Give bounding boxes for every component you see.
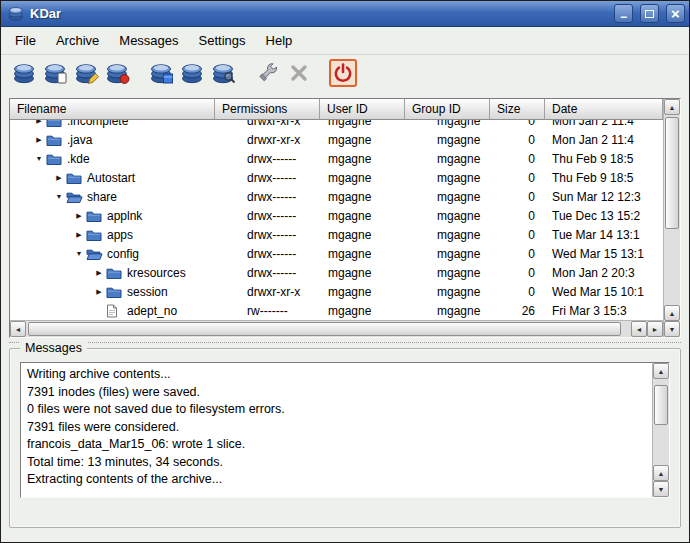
hscrollbar-track[interactable] bbox=[26, 321, 631, 337]
expand-arrow-icon[interactable]: ▶ bbox=[52, 174, 66, 182]
message-line: Extracting contents of the archive... bbox=[27, 471, 646, 489]
message-line: 0 files were not saved due to filesystem… bbox=[27, 401, 646, 419]
table-row[interactable]: ▼ .kdedrwx------mgagnemgagne0Thu Feb 9 1… bbox=[10, 149, 663, 168]
table-row[interactable]: ▼ configdrwx------mgagnemgagne0Wed Mar 1… bbox=[10, 244, 663, 263]
permissions-cell: drwx------ bbox=[215, 228, 320, 242]
vscrollbar-thumb[interactable] bbox=[665, 117, 679, 229]
scroll-down-icon: ▼ bbox=[669, 326, 676, 333]
permissions-cell: drwx------ bbox=[215, 152, 320, 166]
table-row[interactable]: ▶ .incompletedrwxr-xr-xmgagnemgagne0Mon … bbox=[10, 120, 663, 130]
table-row[interactable]: adept_norw-------mgagnemgagne26Fri Mar 3… bbox=[10, 301, 663, 320]
scroll-left-icon: ◄ bbox=[15, 326, 22, 333]
collapse-arrow-icon[interactable]: ▼ bbox=[52, 193, 66, 200]
file-tree-viewport[interactable]: ▶ .incompletedrwxr-xr-xmgagnemgagne0Mon … bbox=[10, 120, 663, 320]
vertical-scrollbar[interactable]: ▲ ▲ ▼ bbox=[663, 99, 680, 337]
titlebar[interactable]: KDar − × bbox=[1, 1, 689, 27]
table-row[interactable]: ▶ appsdrwx------mgagnemgagne0Tue Mar 14 … bbox=[10, 225, 663, 244]
column-header-user-id[interactable]: User ID bbox=[320, 99, 405, 120]
filename-cell: adept_no bbox=[10, 304, 215, 318]
minimize-button[interactable]: − bbox=[614, 4, 633, 23]
table-row[interactable]: ▶ kresourcesdrwx------mgagnemgagne0Mon J… bbox=[10, 263, 663, 282]
messages-scrollbar-track[interactable] bbox=[653, 379, 669, 465]
filename-cell: ▶ kresources bbox=[10, 266, 215, 280]
menu-archive[interactable]: Archive bbox=[46, 29, 109, 52]
permissions-cell: drwxr-xr-x bbox=[215, 120, 320, 128]
permissions-cell: drwxr-xr-x bbox=[215, 285, 320, 299]
vscrollbar-track[interactable] bbox=[664, 115, 680, 305]
messages-log[interactable]: Writing archive contents...7391 inodes (… bbox=[20, 362, 670, 498]
toolbar-button-disk-stack-pencil[interactable] bbox=[73, 59, 101, 87]
menu-file[interactable]: File bbox=[5, 29, 46, 52]
table-row[interactable]: ▶ Autostartdrwx------mgagnemgagne0Thu Fe… bbox=[10, 168, 663, 187]
scroll-down-button[interactable]: ▼ bbox=[653, 481, 669, 497]
scroll-up-button[interactable]: ▲ bbox=[653, 363, 669, 379]
scroll-up-button-2[interactable]: ▲ bbox=[653, 465, 669, 481]
close-button[interactable]: × bbox=[666, 4, 685, 23]
table-row[interactable]: ▶ .javadrwxr-xr-xmgagnemgagne0Mon Jan 2 … bbox=[10, 130, 663, 149]
toolbar-button-disk-stack-red[interactable] bbox=[104, 59, 132, 87]
column-header-permissions[interactable]: Permissions bbox=[215, 99, 320, 120]
close-icon: × bbox=[671, 6, 680, 21]
group-cell: mgagne bbox=[405, 171, 490, 185]
toolbar-button-disk-stack-page[interactable] bbox=[42, 59, 70, 87]
expand-arrow-icon[interactable]: ▶ bbox=[92, 288, 106, 296]
scroll-left-button[interactable]: ◄ bbox=[10, 321, 26, 337]
folder-open-icon bbox=[86, 247, 103, 261]
horizontal-scrollbar[interactable]: ◄ ◄ ► bbox=[10, 320, 663, 337]
column-header-date[interactable]: Date bbox=[545, 99, 663, 120]
filename-label: session bbox=[127, 285, 168, 299]
maximize-button[interactable] bbox=[640, 4, 659, 23]
table-row[interactable]: ▶ applnkdrwx------mgagnemgagne0Tue Dec 1… bbox=[10, 206, 663, 225]
toolbar-button-disk-stack[interactable] bbox=[11, 59, 39, 87]
column-header-filename[interactable]: Filename bbox=[10, 99, 215, 120]
toolbar-button-disk-stack-plain[interactable] bbox=[179, 59, 207, 87]
toolbar-group bbox=[11, 59, 132, 87]
filename-label: applnk bbox=[107, 209, 142, 223]
expand-arrow-icon[interactable]: ▶ bbox=[72, 212, 86, 220]
size-cell: 0 bbox=[490, 152, 545, 166]
menu-settings[interactable]: Settings bbox=[189, 29, 256, 52]
expand-arrow-icon[interactable]: ▶ bbox=[32, 120, 46, 125]
expand-arrow-icon[interactable]: ▶ bbox=[32, 136, 46, 144]
table-row[interactable]: ▶ sessiondrwxr-xr-xmgagnemgagne0Wed Mar … bbox=[10, 282, 663, 301]
collapse-arrow-icon[interactable]: ▼ bbox=[32, 155, 46, 162]
messages-scrollbar-thumb[interactable] bbox=[654, 385, 668, 425]
menu-messages[interactable]: Messages bbox=[109, 29, 188, 52]
splitter-handle[interactable] bbox=[1, 338, 689, 348]
expand-arrow-icon[interactable]: ▶ bbox=[92, 269, 106, 277]
filename-label: Autostart bbox=[87, 171, 135, 185]
filename-cell: ▼ config bbox=[10, 247, 215, 261]
filename-cell: ▶ .java bbox=[10, 133, 215, 147]
group-cell: mgagne bbox=[405, 209, 490, 223]
permissions-cell: drwx------ bbox=[215, 209, 320, 223]
column-header-group-id[interactable]: Group ID bbox=[405, 99, 490, 120]
hscrollbar-thumb[interactable] bbox=[28, 322, 621, 336]
table-row[interactable]: ▼ sharedrwx------mgagnemgagne0Sun Mar 12… bbox=[10, 187, 663, 206]
size-cell: 0 bbox=[490, 209, 545, 223]
messages-group-title: Messages bbox=[20, 341, 87, 355]
toolbar-button-disk-stack-cube[interactable] bbox=[148, 59, 176, 87]
menu-help[interactable]: Help bbox=[256, 29, 303, 52]
scroll-down-button[interactable]: ▼ bbox=[664, 321, 680, 337]
permissions-cell: drwxr-xr-x bbox=[215, 133, 320, 147]
size-cell: 0 bbox=[490, 171, 545, 185]
disk-stack-icon bbox=[13, 61, 37, 85]
scroll-up-button[interactable]: ▲ bbox=[664, 99, 680, 115]
folder-icon bbox=[86, 228, 103, 242]
scroll-left-button-2[interactable]: ◄ bbox=[631, 321, 647, 337]
scroll-right-button[interactable]: ► bbox=[647, 321, 663, 337]
collapse-arrow-icon[interactable]: ▼ bbox=[72, 250, 86, 257]
toolbar-button-disk-stack-magnifier[interactable] bbox=[210, 59, 238, 87]
filename-cell: ▶ apps bbox=[10, 228, 215, 242]
scroll-up-button-2[interactable]: ▲ bbox=[664, 305, 680, 321]
toolbar-button-wrench[interactable] bbox=[254, 59, 282, 87]
toolbar-button-power[interactable] bbox=[329, 59, 357, 87]
expand-arrow-icon[interactable]: ▶ bbox=[72, 231, 86, 239]
date-cell: Mon Jan 2 11:4 bbox=[545, 120, 661, 128]
file-tree: FilenamePermissionsUser IDGroup IDSizeDa… bbox=[9, 98, 681, 338]
messages-scrollbar[interactable]: ▲ ▲ ▼ bbox=[652, 363, 669, 497]
toolbar-button-x-mark[interactable] bbox=[285, 59, 313, 87]
disk-stack-magnifier-icon bbox=[212, 61, 236, 85]
column-header-size[interactable]: Size bbox=[490, 99, 545, 120]
date-cell: Sun Mar 12 12:3 bbox=[545, 190, 661, 204]
